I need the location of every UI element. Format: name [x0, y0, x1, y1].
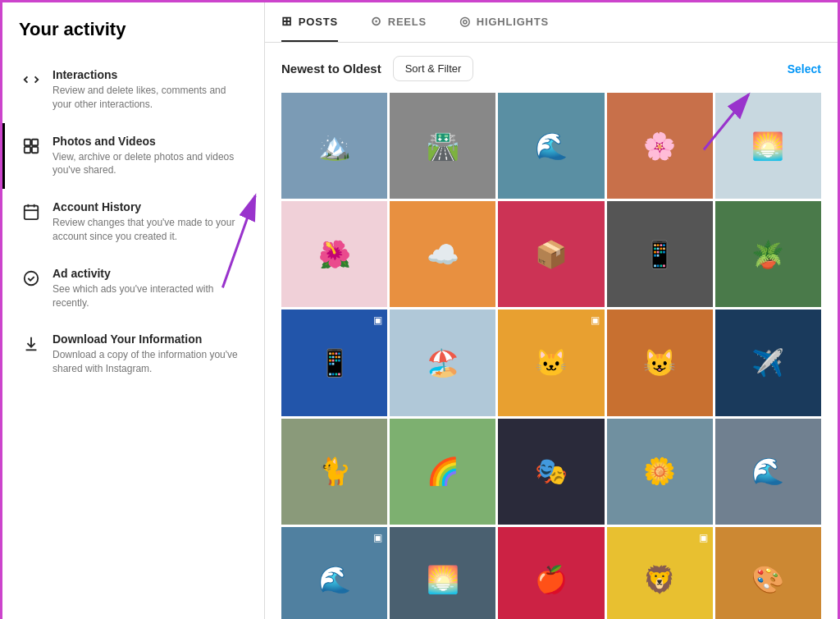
account-history-icon [21, 202, 41, 222]
select-button[interactable]: Select [788, 62, 821, 76]
photo-cell[interactable]: 🌺 [281, 201, 387, 307]
photo-cell[interactable]: 🐈 [281, 419, 387, 525]
download-label: Download Your Information [52, 332, 248, 346]
photo-cell[interactable]: ☁️ [390, 201, 495, 307]
highlights-icon: ◎ [459, 14, 471, 29]
photos-videos-icon [21, 136, 41, 156]
svg-rect-0 [25, 139, 30, 144]
tab-posts[interactable]: ⊞ POSTS [281, 2, 338, 42]
multi-photo-indicator: ▣ [373, 314, 382, 326]
account-history-desc: Review changes that you've made to your … [52, 216, 248, 244]
photo-cell[interactable]: 🍎 [498, 527, 604, 619]
photo-cell[interactable]: 🏖️ [390, 310, 495, 415]
photo-cell[interactable]: 🎭 [498, 419, 604, 525]
photo-cell[interactable]: 🛣️ [390, 93, 495, 199]
ad-activity-icon [21, 268, 41, 288]
multi-photo-indicator: ▣ [699, 532, 708, 543]
posts-grid-icon: ⊞ [281, 14, 293, 29]
photos-videos-desc: View, archive or delete photos and video… [52, 150, 248, 178]
photo-cell[interactable]: 🎨 [715, 527, 821, 619]
account-history-label: Account History [52, 200, 248, 213]
posts-area: Newest to Oldest Sort & Filter Select 🏔️… [265, 43, 838, 619]
sidebar-item-download[interactable]: Download Your Information Download a cop… [2, 321, 264, 387]
photo-cell[interactable]: ✈️ [715, 310, 821, 415]
svg-rect-1 [32, 139, 38, 144]
photos-videos-label: Photos and Videos [52, 135, 248, 148]
sort-filter-button[interactable]: Sort & Filter [393, 56, 474, 81]
tab-reels[interactable]: ⊙ REELS [371, 2, 427, 42]
photo-cell[interactable]: 🌅 [715, 93, 821, 199]
multi-photo-indicator: ▣ [373, 532, 382, 543]
photo-cell[interactable]: 😺 [607, 310, 713, 415]
photo-cell[interactable]: 🌈 [390, 419, 495, 525]
photo-grid: 🏔️🛣️🌊🌸🌅🌺☁️📦📱🪴📱▣🏖️🐱▣😺✈️🐈🌈🎭🌼🌊🌊▣🌅🍎🦁▣🎨 [281, 93, 821, 619]
photo-cell[interactable]: 🌊 [498, 93, 604, 199]
sidebar-item-account-history[interactable]: Account History Review changes that you'… [2, 189, 264, 255]
photo-cell[interactable]: 🌊 [715, 419, 821, 525]
photo-cell[interactable]: 🐱▣ [498, 310, 604, 415]
tabs-bar: ⊞ POSTS ⊙ REELS ◎ HIGHLIGHTS [265, 2, 838, 43]
photo-cell[interactable]: 🌼 [607, 419, 713, 525]
sort-label: Newest to Oldest [281, 62, 381, 76]
photo-cell[interactable]: 🌸 [607, 93, 713, 199]
posts-header: Newest to Oldest Sort & Filter Select [281, 56, 821, 81]
sidebar-item-interactions[interactable]: Interactions Review and delete likes, co… [2, 57, 264, 123]
download-desc: Download a copy of the information you'v… [52, 348, 248, 376]
download-icon [21, 334, 41, 354]
photo-cell[interactable]: 🌊▣ [281, 527, 387, 619]
photo-cell[interactable]: 🦁▣ [607, 527, 713, 619]
photo-cell[interactable]: 📱▣ [281, 310, 387, 415]
interactions-desc: Review and delete likes, comments and yo… [52, 84, 248, 112]
photo-cell[interactable]: 🏔️ [281, 93, 387, 199]
svg-rect-2 [25, 147, 30, 153]
photo-cell[interactable]: 🌅 [390, 527, 495, 619]
sidebar-item-photos-videos[interactable]: Photos and Videos View, archive or delet… [2, 123, 264, 190]
tab-highlights[interactable]: ◎ HIGHLIGHTS [459, 2, 549, 42]
reels-icon: ⊙ [371, 14, 382, 29]
sidebar: Your activity Interactions Review and de… [2, 2, 265, 619]
ad-activity-label: Ad activity [52, 267, 248, 280]
photo-cell[interactable]: 📦 [498, 201, 604, 307]
svg-point-8 [25, 272, 39, 286]
multi-photo-indicator: ▣ [591, 314, 600, 326]
svg-rect-4 [25, 206, 39, 219]
content-area: ⊞ POSTS ⊙ REELS ◎ HIGHLIGHTS Newest to O… [265, 2, 838, 619]
photo-cell[interactable]: 📱 [607, 201, 713, 307]
interactions-icon [21, 70, 41, 89]
sidebar-item-ad-activity[interactable]: Ad activity See which ads you've interac… [2, 255, 264, 322]
svg-rect-3 [32, 147, 38, 153]
interactions-label: Interactions [52, 68, 248, 81]
photo-cell[interactable]: 🪴 [715, 201, 821, 307]
ad-activity-desc: See which ads you've interacted with rec… [52, 282, 248, 310]
sidebar-title: Your activity [2, 19, 264, 57]
